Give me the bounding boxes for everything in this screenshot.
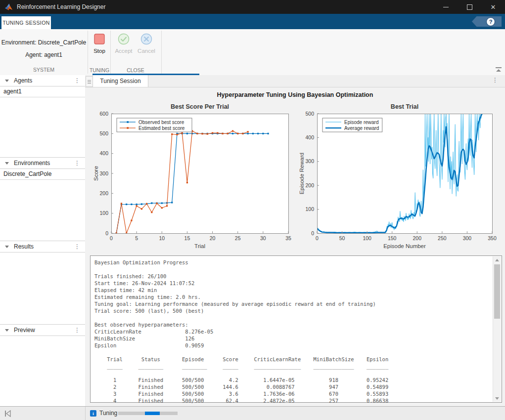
chevron-down-icon[interactable]	[5, 162, 9, 165]
preview-panel-header: Preview ⋮	[0, 325, 85, 336]
svg-text:100: 100	[363, 235, 371, 241]
svg-text:Episode Number: Episode Number	[383, 243, 426, 249]
dock-handle[interactable]	[86, 76, 93, 87]
svg-text:10: 10	[159, 235, 165, 241]
svg-text:600: 600	[99, 111, 108, 117]
agent-value: agent1	[44, 51, 62, 58]
scroll-up-icon[interactable]	[493, 256, 501, 263]
svg-text:0: 0	[311, 230, 314, 236]
document-area: Tuning Session ⋮ Hyperparameter Tuning U…	[85, 75, 505, 406]
svg-text:35: 35	[285, 235, 291, 241]
svg-text:30: 30	[260, 235, 266, 241]
environment-value: Discrete_CartPole	[38, 39, 86, 46]
statusbar-divider	[85, 407, 86, 420]
maximize-icon	[467, 4, 472, 10]
document-tab-strip: Tuning Session ⋮	[85, 75, 505, 87]
svg-text:200: 200	[413, 235, 422, 241]
svg-text:Estimated best score: Estimated best score	[138, 126, 185, 131]
ribbon-toolbar: Environment: Discrete_CartPole Agent: ag…	[0, 29, 505, 76]
svg-text:0: 0	[316, 235, 319, 241]
progress-console: Bayesian Optimization Progress Trials fi…	[90, 255, 502, 403]
svg-text:300: 300	[99, 170, 108, 176]
status-bar: i Tuning	[0, 406, 505, 420]
matlab-logo-icon	[4, 3, 13, 11]
cancel-button[interactable]: Cancel	[136, 33, 157, 54]
results-panel-header: Results ⋮	[0, 241, 85, 252]
collapse-sidebar-icon[interactable]	[4, 410, 12, 417]
svg-text:50: 50	[339, 235, 345, 241]
svg-text:400: 400	[305, 134, 314, 140]
tab-tuning-session[interactable]: TUNING SESSION	[1, 16, 51, 29]
cancel-x-icon	[140, 33, 152, 45]
minimize-button[interactable]	[434, 0, 458, 14]
tab-tuning-session-document[interactable]: Tuning Session	[92, 75, 148, 87]
environments-menu-icon[interactable]: ⋮	[74, 161, 80, 166]
system-section-label: SYSTEM	[0, 67, 88, 73]
maximize-button[interactable]	[458, 0, 481, 14]
stop-icon	[93, 33, 105, 45]
svg-text:Score: Score	[93, 166, 99, 181]
document-menu-icon[interactable]: ⋮	[492, 78, 498, 83]
preview-area	[0, 336, 85, 406]
app-window: Reinforcement Learning Designer ✕ TUNING…	[0, 0, 505, 420]
svg-text:25: 25	[235, 235, 241, 241]
svg-text:300: 300	[463, 235, 472, 241]
accept-button[interactable]: Accept	[113, 33, 135, 54]
close-icon: ✕	[491, 4, 496, 10]
svg-text:0: 0	[110, 235, 113, 241]
chevron-down-icon[interactable]	[5, 246, 9, 248]
environment-label: Environment:	[1, 39, 37, 46]
scroll-down-icon[interactable]	[493, 395, 501, 402]
help-button[interactable]: ?	[472, 16, 502, 27]
svg-text:250: 250	[438, 235, 447, 241]
chevron-down-icon[interactable]	[5, 80, 9, 82]
close-button[interactable]: ✕	[481, 0, 505, 14]
tuning-progress-bar	[118, 412, 178, 415]
svg-text:Best Trial: Best Trial	[391, 103, 418, 110]
list-item-discrete-cartpole[interactable]: Discrete_CartPole	[0, 169, 85, 180]
agents-list: agent1	[0, 86, 85, 158]
svg-text:20: 20	[210, 235, 216, 241]
results-menu-icon[interactable]: ⋮	[74, 244, 80, 249]
svg-text:200: 200	[305, 182, 314, 188]
svg-text:Best Score Per Trial: Best Score Per Trial	[171, 103, 229, 110]
best-score-per-trial-chart: 051015202530350100200300400500600Best Sc…	[92, 100, 297, 254]
console-output: Bayesian Optimization Progress Trials fi…	[94, 259, 493, 404]
help-icon: ?	[486, 17, 495, 26]
scrollbar-thumb[interactable]	[494, 264, 500, 319]
svg-text:350: 350	[488, 235, 497, 241]
svg-text:5: 5	[135, 235, 138, 241]
svg-text:150: 150	[388, 235, 397, 241]
svg-text:200: 200	[99, 190, 108, 196]
svg-text:Episode Reward: Episode Reward	[299, 153, 305, 194]
window-title: Reinforcement Learning Designer	[17, 3, 105, 10]
svg-text:Episode reward: Episode reward	[344, 120, 378, 125]
system-section: Environment: Discrete_CartPole Agent: ag…	[0, 29, 88, 75]
results-list	[0, 252, 85, 325]
chevron-down-icon[interactable]	[5, 329, 9, 332]
preview-menu-icon[interactable]: ⋮	[74, 328, 80, 333]
agent-line: Agent: agent1	[0, 51, 88, 58]
ribbon-tab-strip: TUNING SESSION ?	[0, 14, 505, 29]
agents-panel-header: Agents ⋮	[0, 75, 85, 86]
title-bar: Reinforcement Learning Designer ✕	[0, 0, 505, 14]
collapse-ribbon-icon	[496, 67, 502, 68]
list-item-agent1[interactable]: agent1	[0, 86, 85, 97]
console-scrollbar[interactable]	[493, 256, 501, 402]
left-sidebar: Agents ⋮ agent1 Environments ⋮ Discrete_…	[0, 75, 86, 406]
minimize-icon	[443, 7, 449, 7]
svg-text:Trial: Trial	[194, 243, 205, 249]
svg-text:Average reward: Average reward	[344, 126, 379, 131]
close-section-label: CLOSE	[111, 67, 160, 73]
collapse-ribbon-button[interactable]	[495, 67, 502, 73]
svg-text:500: 500	[305, 111, 314, 117]
stop-button[interactable]: Stop	[89, 33, 110, 54]
environments-panel-header: Environments ⋮	[0, 158, 85, 169]
svg-text:100: 100	[99, 210, 108, 216]
agents-menu-icon[interactable]: ⋮	[74, 78, 80, 83]
svg-text:Observed best score: Observed best score	[138, 120, 184, 125]
toolbar-divider	[161, 31, 162, 74]
status-task-label: Tuning	[99, 410, 117, 417]
svg-text:0: 0	[105, 230, 108, 236]
svg-text:100: 100	[305, 206, 314, 212]
